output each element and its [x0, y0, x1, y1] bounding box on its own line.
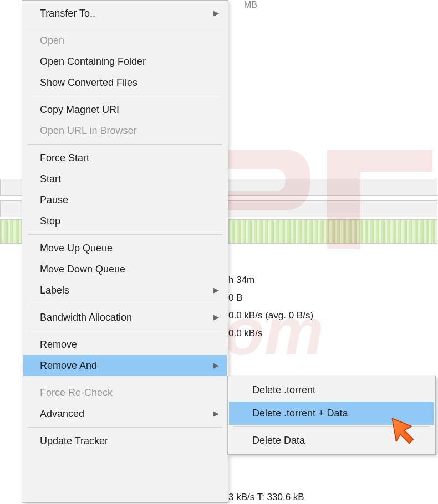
menu-transfer-to[interactable]: Transfer To.. ▶	[23, 3, 227, 24]
chevron-right-icon: ▶	[213, 407, 219, 420]
menu-item-label: Start	[40, 173, 61, 184]
menu-advanced[interactable]: Advanced ▶	[23, 403, 227, 424]
menu-start[interactable]: Start	[23, 168, 227, 189]
annotation-arrow-icon	[389, 415, 419, 445]
menu-item-label: Labels	[40, 285, 69, 296]
menu-remove-and[interactable]: Remove And ▶	[23, 355, 227, 376]
menu-separator	[28, 427, 222, 428]
menu-separator	[28, 304, 222, 304]
menu-move-down-queue[interactable]: Move Down Queue	[23, 259, 227, 280]
bg-info-line: h 34m	[228, 271, 313, 289]
menu-separator	[28, 144, 222, 145]
chevron-right-icon: ▶	[213, 311, 219, 324]
bg-info-block: h 34m 0 B 0.0 kB/s (avg. 0 B/s) 0.0 kB/s	[228, 271, 313, 342]
menu-remove[interactable]: Remove	[23, 334, 227, 355]
bg-info-line: 0 B	[228, 289, 313, 307]
menu-item-label: Force Re-Check	[40, 387, 113, 398]
bg-info-line: 0.0 kB/s (avg. 0 B/s)	[228, 307, 313, 325]
chevron-right-icon: ▶	[213, 284, 219, 297]
menu-force-recheck: Force Re-Check	[23, 382, 227, 403]
menu-copy-magnet-uri[interactable]: Copy Magnet URI	[23, 99, 227, 120]
menu-separator	[28, 27, 222, 27]
menu-item-label: Stop	[40, 215, 60, 227]
bg-bottom-text: 3 kB/s T: 330.6 kB	[228, 492, 304, 503]
menu-pause[interactable]: Pause	[23, 189, 227, 210]
menu-separator	[28, 379, 222, 379]
menu-labels[interactable]: Labels ▶	[23, 280, 227, 301]
chevron-right-icon: ▶	[213, 7, 219, 20]
menu-separator	[28, 234, 222, 235]
menu-separator	[28, 331, 222, 331]
menu-show-converted-files[interactable]: Show Converted Files	[23, 72, 227, 93]
menu-bandwidth-allocation[interactable]: Bandwidth Allocation ▶	[23, 307, 227, 328]
menu-open-url-browser: Open URL in Browser	[23, 120, 227, 141]
menu-item-label: Advanced	[40, 408, 84, 419]
menu-update-tracker[interactable]: Update Tracker	[23, 430, 227, 451]
menu-item-label: Force Start	[40, 152, 89, 163]
menu-force-start[interactable]: Force Start	[23, 147, 227, 168]
menu-item-label: Open URL in Browser	[40, 125, 136, 136]
chevron-right-icon: ▶	[213, 359, 219, 372]
menu-item-label: Remove And	[40, 360, 97, 371]
menu-item-label: Copy Magnet URI	[40, 104, 119, 115]
menu-open-containing-folder[interactable]: Open Containing Folder	[23, 51, 227, 72]
menu-stop[interactable]: Stop	[23, 210, 227, 232]
submenu-delete-torrent[interactable]: Delete .torrent	[229, 378, 434, 402]
submenu-item-label: Delete Data	[252, 435, 305, 446]
menu-item-label: Pause	[40, 194, 68, 205]
bg-info-line: 0.0 kB/s	[228, 325, 313, 342]
submenu-item-label: Delete .torrent	[252, 384, 315, 395]
menu-item-label: Remove	[40, 339, 77, 350]
menu-item-label: Move Up Queue	[40, 243, 113, 254]
menu-separator	[28, 96, 222, 96]
menu-item-label: Open	[40, 35, 64, 46]
menu-item-label: Show Converted Files	[40, 77, 137, 88]
submenu-item-label: Delete .torrent + Data	[252, 408, 348, 419]
menu-item-label: Move Down Queue	[40, 264, 125, 275]
menu-item-label: Transfer To..	[40, 8, 95, 19]
menu-item-label: Update Tracker	[40, 435, 108, 446]
menu-open: Open	[23, 30, 227, 51]
menu-item-label: Bandwidth Allocation	[40, 312, 132, 323]
context-menu: Transfer To.. ▶ Open Open Containing Fol…	[22, 0, 228, 503]
menu-move-up-queue[interactable]: Move Up Queue	[23, 238, 227, 259]
menu-item-label: Open Containing Folder	[40, 56, 146, 67]
